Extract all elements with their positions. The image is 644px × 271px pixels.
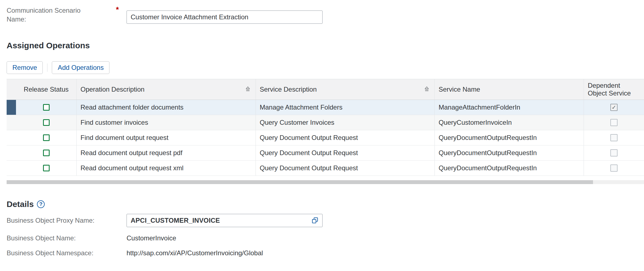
business-object-namespace-value: http://sap.com/xi/AP/CustomerInvoicing/G…	[127, 249, 263, 257]
service-description-cell: Query Document Output Request	[256, 145, 434, 160]
proxy-name-label: Business Object Proxy Name:	[7, 217, 127, 224]
add-operations-button[interactable]: Add Operations	[52, 61, 109, 74]
column-header-release-status: Release Status	[16, 79, 76, 100]
communication-scenario-page: Communication Scenario Name: * Assigned …	[0, 0, 644, 271]
service-description-cell: Query Document Output Request	[256, 130, 434, 145]
business-object-name-value: CustomerInvoice	[127, 234, 176, 242]
scenario-name-input[interactable]	[127, 10, 323, 24]
proxy-name-input-wrap	[127, 214, 323, 227]
release-status-cell	[16, 115, 76, 130]
dependent-object-service-checkbox	[610, 119, 618, 126]
row-selection-indicator[interactable]	[7, 100, 16, 115]
row-selection-indicator[interactable]	[7, 115, 16, 130]
proxy-name-row: Business Object Proxy Name:	[7, 214, 644, 227]
checkmark-icon: ✓	[612, 104, 616, 111]
required-asterisk-icon: *	[116, 6, 119, 14]
release-status-icon	[43, 150, 50, 156]
table-header-row: Release Status Operation Description Ser…	[7, 79, 644, 100]
toolbar-divider	[47, 63, 47, 72]
header-selection-cell	[7, 79, 16, 100]
table-row[interactable]: Find document output request Query Docum…	[7, 130, 644, 145]
dependent-object-service-cell: ✓	[584, 100, 644, 115]
dependent-object-service-checkbox	[610, 164, 618, 172]
service-name-cell: QueryDocumentOutputRequestIn	[434, 130, 584, 145]
operation-description-cell: Find customer invoices	[76, 115, 256, 130]
service-description-cell: Query Document Output Request	[256, 161, 434, 176]
business-object-name-row: Business Object Name: CustomerInvoice	[7, 234, 644, 242]
scenario-name-input-wrap	[127, 10, 323, 24]
column-header-service-name: Service Name	[434, 79, 584, 100]
operation-description-cell: Read attachment folder documents	[76, 100, 256, 115]
business-object-namespace-label: Business Object Namespace:	[7, 249, 127, 257]
release-status-cell	[16, 130, 76, 145]
sort-icon[interactable]	[424, 86, 430, 93]
proxy-name-input[interactable]	[127, 214, 323, 227]
dependent-object-service-cell	[584, 161, 644, 176]
release-status-cell	[16, 145, 76, 160]
operation-description-cell: Read document output request xml	[76, 161, 256, 176]
table-row[interactable]: Read attachment folder documents Manage …	[7, 100, 644, 115]
operation-description-cell: Find document output request	[76, 130, 256, 145]
release-status-cell	[16, 161, 76, 176]
service-name-cell: QueryDocumentOutputRequestIn	[434, 145, 584, 160]
scenario-name-label-cell: Communication Scenario Name: *	[7, 6, 127, 24]
horizontal-scrollbar[interactable]	[7, 180, 644, 184]
release-status-icon	[43, 165, 50, 171]
business-object-namespace-row: Business Object Namespace: http://sap.co…	[7, 249, 644, 257]
service-name-cell: ManageAttachmentFolderIn	[434, 100, 584, 115]
column-header-dependent-object-service: Dependent Object Service	[584, 79, 644, 100]
business-object-name-label: Business Object Name:	[7, 234, 127, 242]
scenario-name-label: Communication Scenario Name:	[7, 6, 92, 24]
assigned-operations-title: Assigned Operations	[7, 41, 644, 50]
help-icon[interactable]: ?	[37, 200, 45, 208]
copy-icon[interactable]	[312, 217, 319, 224]
row-selection-indicator[interactable]	[7, 145, 16, 160]
dependent-object-service-cell	[584, 115, 644, 130]
scenario-name-row: Communication Scenario Name: *	[7, 6, 644, 24]
row-selection-indicator[interactable]	[7, 130, 16, 145]
table-row[interactable]: Read document output request xml Query D…	[7, 161, 644, 176]
service-name-cell: QueryDocumentOutputRequestIn	[434, 161, 584, 176]
release-status-icon	[43, 119, 50, 126]
scrollbar-thumb[interactable]	[7, 180, 593, 184]
dependent-object-service-cell	[584, 145, 644, 160]
column-header-operation-description[interactable]: Operation Description	[76, 79, 256, 100]
operations-table: Release Status Operation Description Ser…	[7, 79, 644, 176]
details-header: Details ?	[7, 200, 644, 209]
sort-icon[interactable]	[245, 86, 251, 93]
column-header-service-description[interactable]: Service Description	[256, 79, 434, 100]
release-status-icon	[43, 104, 50, 111]
service-description-cell: Query Customer Invoices	[256, 115, 434, 130]
release-status-cell	[16, 100, 76, 115]
row-selection-indicator[interactable]	[7, 161, 16, 176]
table-row[interactable]: Find customer invoices Query Customer In…	[7, 115, 644, 130]
service-description-cell: Manage Attachment Folders	[256, 100, 434, 115]
operations-toolbar: Remove Add Operations	[7, 61, 644, 74]
service-name-cell: QueryCustomerInvoiceIn	[434, 115, 584, 130]
dependent-object-service-cell	[584, 130, 644, 145]
dependent-object-service-checkbox	[610, 149, 618, 156]
remove-button[interactable]: Remove	[7, 61, 43, 74]
dependent-object-service-checkbox	[610, 134, 618, 141]
table-row[interactable]: Read document output request pdf Query D…	[7, 145, 644, 161]
dependent-object-service-checkbox: ✓	[610, 104, 618, 111]
details-title: Details	[7, 200, 34, 209]
release-status-icon	[43, 134, 50, 141]
operation-description-cell: Read document output request pdf	[76, 145, 256, 160]
